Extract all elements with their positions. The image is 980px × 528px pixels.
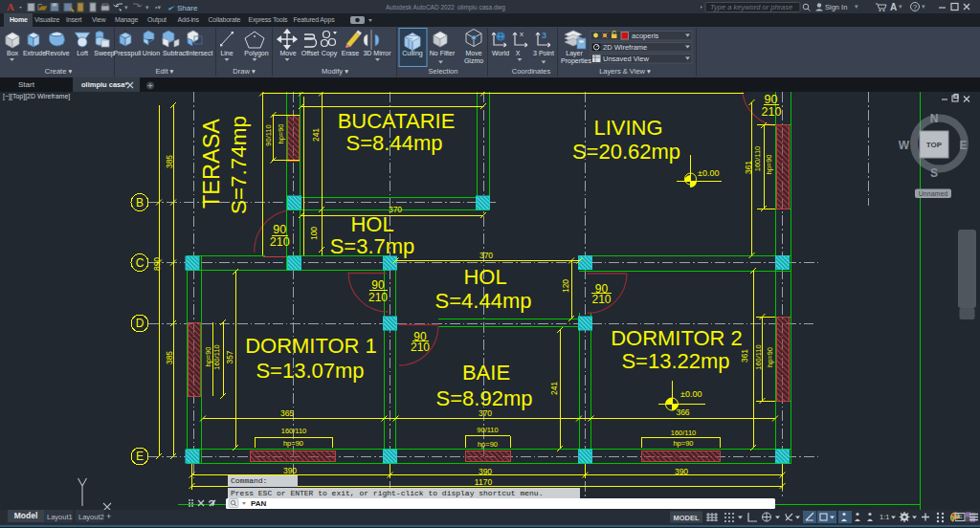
svg-text:160/110: 160/110 (753, 146, 762, 172)
svg-text:HOL: HOL (350, 212, 393, 236)
svg-text:S=13.07mp: S=13.07mp (256, 359, 364, 383)
svg-text:S=4.44mp: S=4.44mp (435, 289, 532, 313)
svg-text:MODEL: MODEL (673, 514, 700, 522)
svg-text:390: 390 (675, 467, 688, 476)
svg-text:TERASA: TERASA (199, 119, 224, 209)
svg-text:DORMITOR 2: DORMITOR 2 (611, 326, 743, 350)
svg-text:±0.00: ±0.00 (680, 389, 702, 399)
svg-text:hp=90: hp=90 (765, 154, 773, 174)
svg-text:D: D (136, 317, 145, 330)
svg-text:S=3.7mp: S=3.7mp (330, 234, 415, 258)
svg-text:90/110: 90/110 (264, 124, 273, 145)
svg-text:TOP: TOP (926, 141, 943, 149)
svg-text:▾: ▾ (899, 3, 902, 10)
svg-text:365: 365 (280, 408, 294, 418)
svg-text:?: ? (913, 3, 917, 11)
svg-text:361: 361 (740, 349, 749, 363)
svg-text:PAN: PAN (251, 499, 267, 508)
svg-text:370: 370 (389, 205, 402, 214)
svg-text:S=8.44mp: S=8.44mp (346, 131, 443, 155)
svg-text:370: 370 (479, 408, 492, 418)
svg-text:361: 361 (744, 161, 753, 174)
svg-text:390: 390 (283, 466, 297, 475)
svg-text:390: 390 (479, 467, 492, 476)
svg-text:±0.00: ±0.00 (698, 168, 719, 178)
svg-text:A: A (890, 2, 897, 12)
svg-text:hp=90: hp=90 (673, 439, 693, 448)
svg-text:E: E (136, 450, 144, 463)
svg-text:LIVING: LIVING (593, 116, 662, 140)
svg-text:acoperis: acoperis (632, 32, 659, 40)
svg-text:▾: ▾ (922, 3, 925, 10)
svg-text:1:1: 1:1 (880, 513, 889, 521)
svg-text:Share: Share (177, 4, 198, 12)
svg-text:385: 385 (165, 351, 174, 364)
svg-text:S=8.92mp: S=8.92mp (436, 386, 533, 410)
svg-text:S: S (930, 166, 938, 180)
svg-text:Autodesk AutoCAD 2022: Autodesk AutoCAD 2022 (386, 4, 455, 11)
svg-text:357: 357 (225, 350, 234, 363)
svg-text:olimpiu casa.dwg: olimpiu casa.dwg (457, 4, 505, 11)
svg-text:241: 241 (311, 128, 321, 142)
svg-text:385: 385 (165, 155, 174, 168)
svg-text:N: N (930, 112, 939, 125)
svg-text:210: 210 (591, 293, 611, 306)
svg-text:210: 210 (368, 291, 388, 304)
svg-text:hp=90: hp=90 (277, 123, 285, 143)
svg-text:160/110: 160/110 (212, 344, 221, 370)
svg-text:x: x (520, 30, 523, 38)
svg-text:S=7.74mp: S=7.74mp (227, 116, 251, 214)
svg-text:90/110: 90/110 (477, 426, 498, 434)
svg-text:S=13.22mp: S=13.22mp (621, 349, 729, 373)
svg-text:210: 210 (762, 105, 782, 119)
svg-text:160/110: 160/110 (281, 427, 307, 435)
svg-text:210: 210 (270, 235, 290, 249)
svg-text:Sign In: Sign In (825, 3, 847, 11)
svg-text:Unnamed: Unnamed (919, 190, 947, 197)
svg-text:120: 120 (561, 279, 570, 293)
svg-text:hp=90: hp=90 (766, 347, 774, 367)
svg-text:Unsaved View: Unsaved View (603, 55, 649, 63)
svg-text:370: 370 (479, 251, 493, 260)
svg-text:890: 890 (152, 257, 162, 271)
svg-text:BAIE: BAIE (462, 361, 510, 385)
svg-text:hp=90: hp=90 (478, 440, 498, 449)
svg-text:Type a keyword or phrase: Type a keyword or phrase (710, 3, 792, 11)
svg-text:▾: ▾ (145, 4, 149, 11)
svg-text:DORMITOR 1: DORMITOR 1 (245, 334, 377, 358)
svg-text:E: E (959, 139, 967, 152)
svg-text:3: 3 (542, 31, 546, 40)
svg-text:▾: ▾ (124, 4, 128, 11)
svg-text:S=20.62mp: S=20.62mp (572, 140, 680, 164)
svg-text:BUCATARIE: BUCATARIE (338, 109, 456, 133)
svg-text:160/110: 160/110 (671, 429, 697, 437)
svg-text:160/110: 160/110 (754, 344, 763, 370)
svg-text:hp=90: hp=90 (283, 439, 303, 448)
svg-text:241: 241 (549, 382, 559, 395)
svg-text:1170: 1170 (475, 477, 493, 487)
svg-text:▾: ▾ (855, 3, 858, 10)
svg-text:A: A (7, 1, 14, 12)
svg-text:C: C (136, 256, 145, 270)
svg-text:210: 210 (411, 341, 430, 354)
svg-text:hp=90: hp=90 (204, 346, 212, 366)
svg-text:•▾: •▾ (155, 4, 161, 11)
svg-text:366: 366 (676, 407, 689, 417)
svg-text:HOL: HOL (463, 265, 506, 289)
svg-text:2D Wireframe: 2D Wireframe (603, 43, 647, 52)
svg-text:100: 100 (309, 227, 319, 240)
svg-text:W: W (899, 139, 910, 152)
svg-text:B: B (136, 196, 144, 209)
